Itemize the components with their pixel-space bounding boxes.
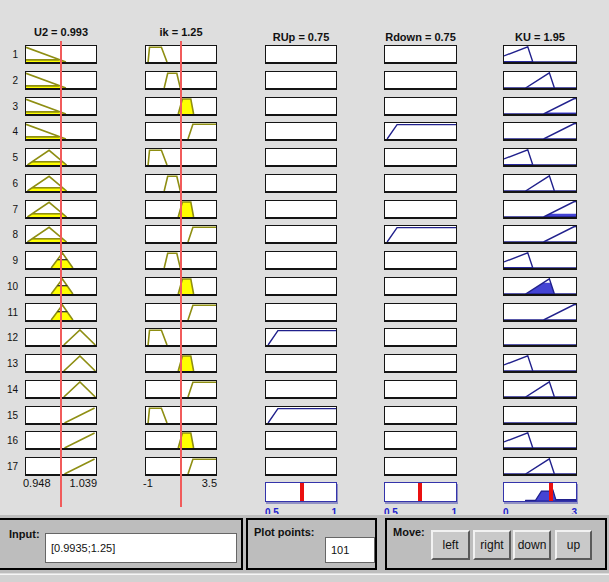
rule-16-rdown-plot [384, 431, 457, 450]
rule-number-1[interactable]: 1 [0, 49, 18, 60]
rule-17-rup-plot [265, 457, 337, 476]
rule-12-ku-plot [503, 328, 577, 347]
rule-number-9[interactable]: 9 [0, 255, 18, 266]
rule-number-14[interactable]: 14 [0, 384, 18, 395]
input-line-ik[interactable] [180, 41, 182, 507]
rule-13-ku-plot [503, 354, 577, 373]
rule-number-3[interactable]: 3 [0, 101, 18, 112]
rule-6-rdown-plot [384, 174, 457, 193]
rule-15-ku-plot [503, 406, 577, 425]
aggregate-plot-ku [503, 482, 577, 502]
rule-6-rup-plot [265, 174, 337, 193]
rule-number-7[interactable]: 7 [0, 204, 18, 215]
aggregate-axis-rdown: 0.51 [384, 505, 457, 514]
rule-10-rup-plot [265, 277, 337, 296]
rule-viewer-window: U2 = 0.993ik = 1.25RUp = 0.75Rdown = 0.7… [0, 0, 609, 582]
window-bottom-strip [0, 575, 609, 582]
rule-2-rdown-plot [384, 71, 457, 90]
rule-5-rdown-plot [384, 148, 457, 167]
move-down-button[interactable]: down [513, 530, 551, 560]
defuzzified-value-bar-rdown [418, 483, 422, 501]
rule-9-ku-plot [503, 251, 577, 270]
rule-15-rup-plot [265, 406, 337, 425]
bottom-control-bar: Input: Plot points: Move: left right dow… [0, 515, 609, 573]
rule-5-ku-plot [503, 148, 577, 167]
input-panel: Input: [0, 518, 243, 570]
rule-11-rup-plot [265, 303, 337, 322]
rule-11-ku-plot [503, 303, 577, 322]
rule-3-ku-plot [503, 97, 577, 116]
rule-number-2[interactable]: 2 [0, 75, 18, 86]
input-field[interactable] [45, 533, 237, 563]
input-line-u2[interactable] [60, 41, 62, 507]
rule-14-ku-plot [503, 380, 577, 399]
rule-17-ku-plot [503, 457, 577, 476]
rule-12-rup-plot [265, 328, 337, 347]
rule-6-ku-plot [503, 174, 577, 193]
rule-14-rdown-plot [384, 380, 457, 399]
rule-13-rdown-plot [384, 354, 457, 373]
rule-8-rup-plot [265, 225, 337, 244]
column-title-rup: RUp = 0.75 [240, 31, 362, 43]
defuzzified-value-bar-rup [300, 483, 304, 501]
rule-5-rup-plot [265, 148, 337, 167]
plot-points-field[interactable] [325, 537, 375, 563]
rule-number-6[interactable]: 6 [0, 178, 18, 189]
rule-15-rdown-plot [384, 406, 457, 425]
column-title-ik: ik = 1.25 [120, 26, 242, 38]
rule-4-rup-plot [265, 122, 337, 141]
plot-points-label: Plot points: [254, 526, 315, 538]
rule-number-8[interactable]: 8 [0, 229, 18, 240]
rule-number-16[interactable]: 16 [0, 435, 18, 446]
rule-14-rup-plot [265, 380, 337, 399]
rule-number-17[interactable]: 17 [0, 461, 18, 472]
rule-9-rup-plot [265, 251, 337, 270]
rule-9-rdown-plot [384, 251, 457, 270]
rule-7-rdown-plot [384, 200, 457, 219]
rule-10-ku-plot [503, 277, 577, 296]
move-label: Move: [393, 526, 425, 538]
rule-4-rdown-plot [384, 122, 457, 141]
aggregate-axis-ku: 03 [503, 505, 577, 514]
column-title-u2: U2 = 0.993 [0, 26, 122, 38]
rule-2-rup-plot [265, 71, 337, 90]
rule-3-rdown-plot [384, 97, 457, 116]
move-up-button[interactable]: up [555, 530, 592, 560]
rule-8-ku-plot [503, 225, 577, 244]
rule-number-10[interactable]: 10 [0, 281, 18, 292]
plot-points-panel: Plot points: [246, 518, 377, 570]
column-title-rdown: Rdown = 0.75 [359, 31, 482, 43]
rule-1-rdown-plot [384, 45, 457, 64]
rule-2-ku-plot [503, 71, 577, 90]
rule-number-12[interactable]: 12 [0, 332, 18, 343]
rule-13-rup-plot [265, 354, 337, 373]
rule-4-ku-plot [503, 122, 577, 141]
rule-7-ku-plot [503, 200, 577, 219]
rule-3-rup-plot [265, 97, 337, 116]
move-panel: Move: left right down up [385, 518, 607, 570]
column-title-ku: KU = 1.95 [478, 31, 602, 43]
rule-7-rup-plot [265, 200, 337, 219]
move-left-button[interactable]: left [431, 530, 470, 560]
defuzzified-value-bar-ku [549, 483, 553, 501]
aggregate-plot-rdown [384, 482, 457, 502]
rule-8-rdown-plot [384, 225, 457, 244]
rule-11-rdown-plot [384, 303, 457, 322]
rule-1-rup-plot [265, 45, 337, 64]
input-label: Input: [9, 528, 40, 540]
rule-17-rdown-plot [384, 457, 457, 476]
aggregate-axis-rup: 0.51 [265, 505, 337, 514]
move-right-button[interactable]: right [473, 530, 511, 560]
rule-number-4[interactable]: 4 [0, 126, 18, 137]
rule-number-5[interactable]: 5 [0, 152, 18, 163]
rule-16-ku-plot [503, 431, 577, 450]
rule-number-13[interactable]: 13 [0, 358, 18, 369]
rule-10-rdown-plot [384, 277, 457, 296]
rule-number-11[interactable]: 11 [0, 307, 18, 318]
rule-1-ku-plot [503, 45, 577, 64]
rule-number-15[interactable]: 15 [0, 410, 18, 421]
aggregate-plot-rup [265, 482, 337, 502]
rule-16-rup-plot [265, 431, 337, 450]
rule-12-rdown-plot [384, 328, 457, 347]
